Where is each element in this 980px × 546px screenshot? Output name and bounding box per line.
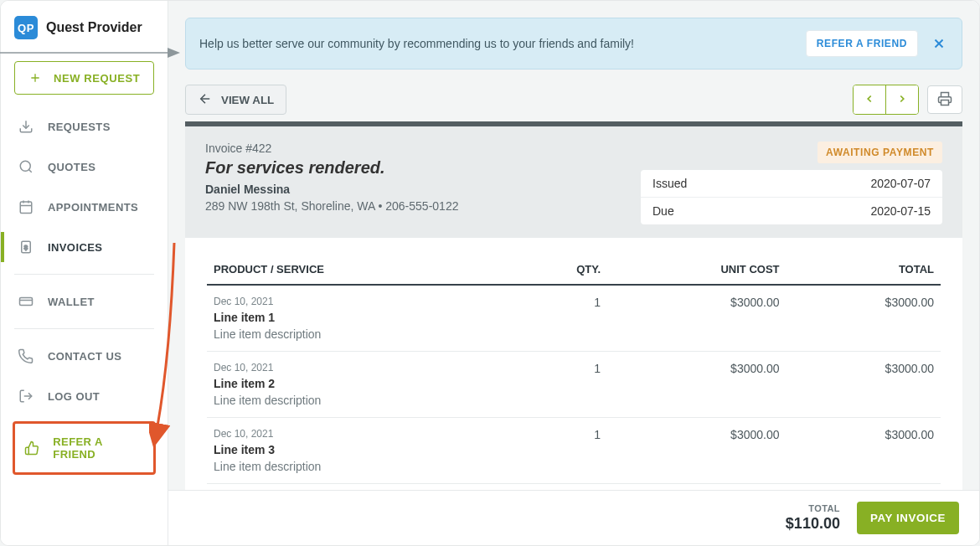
sidebar-item-appointments[interactable]: APPOINTMENTS xyxy=(9,187,159,227)
divider xyxy=(14,274,154,275)
wallet-icon xyxy=(18,293,34,310)
logout-icon xyxy=(18,388,34,404)
issued-row: Issued 2020-07-07 xyxy=(641,170,942,198)
pager xyxy=(853,85,919,115)
total-label: TOTAL xyxy=(786,503,840,513)
invoice-header: Invoice #422 For services rendered. Dani… xyxy=(185,126,962,238)
item-name: Line item 1 xyxy=(214,311,508,324)
item-qty: 1 xyxy=(514,285,607,352)
invoice-address: 289 NW 198th St, Shoreline, WA • 206-555… xyxy=(205,199,458,213)
sidebar-item-label: WALLET xyxy=(48,296,95,308)
invoice-meta: Invoice #422 For services rendered. Dani… xyxy=(205,142,458,224)
brand-name: Quest Provider xyxy=(46,20,142,35)
invoices-icon: $ xyxy=(18,239,34,255)
new-request-label: NEW REQUEST xyxy=(54,72,140,85)
col-unit: UNIT COST xyxy=(607,256,786,285)
invoice-status-dates: AWAITING PAYMENT Issued 2020-07-07 Due 2… xyxy=(641,142,942,224)
main: Help us better serve our community by re… xyxy=(168,1,979,545)
pager-next-button[interactable] xyxy=(886,85,918,114)
invoice-customer: Daniel Messina xyxy=(205,183,458,196)
item-date: Dec 10, 2021 xyxy=(214,296,508,307)
invoice-dates: Issued 2020-07-07 Due 2020-07-15 xyxy=(641,170,942,224)
item-date: Dec 10, 2021 xyxy=(214,428,508,440)
svg-rect-11 xyxy=(20,298,33,306)
col-qty: QTY. xyxy=(514,256,607,285)
sidebar-nav: REQUESTS QUOTES APPOINTMENTS $ INVOICES xyxy=(9,106,159,475)
item-total: $3000.00 xyxy=(787,352,941,418)
view-all-label: VIEW ALL xyxy=(221,94,274,106)
table-row: Dec 10, 2021 Line item 2 Line item descr… xyxy=(207,352,941,418)
item-name: Line item 2 xyxy=(214,377,508,390)
brand: QP Quest Provider xyxy=(9,16,159,58)
item-date: Dec 10, 2021 xyxy=(214,362,508,373)
pager-prev-button[interactable] xyxy=(854,85,885,114)
referral-banner: Help us better serve our community by re… xyxy=(185,18,962,70)
item-unit: $3000.00 xyxy=(607,285,786,352)
arrow-left-icon xyxy=(198,91,213,109)
due-row: Due 2020-07-15 xyxy=(641,198,942,224)
svg-rect-5 xyxy=(20,202,32,214)
item-unit: $3000.00 xyxy=(607,352,786,418)
chevron-right-icon xyxy=(896,95,908,107)
item-name: Line item 3 xyxy=(214,443,508,456)
thumbs-up-icon xyxy=(23,440,39,456)
item-desc: Line item description xyxy=(214,327,508,341)
sidebar-item-requests[interactable]: REQUESTS xyxy=(9,106,159,147)
plus-icon xyxy=(27,70,44,86)
svg-text:$: $ xyxy=(24,244,28,251)
phone-icon xyxy=(18,348,34,364)
total-amount: $110.00 xyxy=(786,515,840,533)
new-request-button[interactable]: NEW REQUEST xyxy=(14,61,154,95)
printer-icon xyxy=(937,91,952,109)
issued-label: Issued xyxy=(652,177,687,190)
chevron-left-icon xyxy=(864,95,875,107)
col-product: PRODUCT / SERVICE xyxy=(207,256,514,285)
total-block: TOTAL $110.00 xyxy=(786,503,840,533)
sidebar-item-contact-us[interactable]: CONTACT US xyxy=(9,336,159,376)
banner-refer-button[interactable]: REFER A FRIEND xyxy=(806,30,918,57)
sidebar-item-quotes[interactable]: QUOTES xyxy=(9,147,159,187)
invoice-body: PRODUCT / SERVICE QTY. UNIT COST TOTAL D… xyxy=(185,238,962,490)
col-total: TOTAL xyxy=(787,256,941,285)
status-badge: AWAITING PAYMENT xyxy=(818,142,942,163)
sidebar-item-log-out[interactable]: LOG OUT xyxy=(9,376,159,416)
item-unit: $3000.00 xyxy=(607,418,786,484)
sidebar-item-invoices[interactable]: $ INVOICES xyxy=(9,227,159,267)
quotes-icon xyxy=(18,158,34,175)
invoice-panel: Invoice #422 For services rendered. Dani… xyxy=(185,121,962,490)
pay-invoice-button[interactable]: PAY INVOICE xyxy=(857,502,959,534)
calendar-icon xyxy=(18,198,34,215)
sidebar-item-label: REFER A FRIEND xyxy=(53,435,145,461)
invoice-footer: TOTAL $110.00 PAY INVOICE xyxy=(168,490,979,545)
table-row: Dec 10, 2021 Line item 3 Line item descr… xyxy=(207,418,941,484)
svg-point-3 xyxy=(20,161,30,171)
sidebar: QP Quest Provider NEW REQUEST REQUESTS Q… xyxy=(1,1,168,545)
toolbar: VIEW ALL xyxy=(185,85,962,115)
close-icon[interactable] xyxy=(930,34,948,53)
banner-text: Help us better serve our community by re… xyxy=(199,37,634,50)
view-all-button[interactable]: VIEW ALL xyxy=(185,85,286,115)
toolbar-right xyxy=(853,85,962,115)
table-row: Dec 10, 2021 Line item 1 Line item descr… xyxy=(207,285,941,352)
sidebar-item-wallet[interactable]: WALLET xyxy=(9,281,159,322)
sidebar-item-refer-a-friend[interactable]: REFER A FRIEND xyxy=(13,421,156,475)
sidebar-item-label: LOG OUT xyxy=(48,390,100,403)
item-total: $3000.00 xyxy=(787,418,941,484)
due-value: 2020-07-15 xyxy=(870,204,931,218)
item-desc: Line item description xyxy=(214,460,508,473)
svg-rect-17 xyxy=(941,100,949,105)
print-button[interactable] xyxy=(927,85,962,114)
invoice-number: Invoice #422 xyxy=(205,142,458,155)
line-items-table: PRODUCT / SERVICE QTY. UNIT COST TOTAL D… xyxy=(207,256,941,484)
due-label: Due xyxy=(652,204,674,218)
sidebar-item-label: QUOTES xyxy=(48,161,95,173)
item-desc: Line item description xyxy=(214,394,508,407)
item-qty: 1 xyxy=(514,418,607,484)
svg-line-4 xyxy=(28,169,31,172)
issued-value: 2020-07-07 xyxy=(870,177,931,190)
sidebar-item-label: INVOICES xyxy=(48,241,102,254)
brand-logo: QP xyxy=(14,16,38,39)
sidebar-item-label: CONTACT US xyxy=(48,350,121,363)
sidebar-item-label: REQUESTS xyxy=(48,121,111,133)
sidebar-item-label: APPOINTMENTS xyxy=(48,201,138,214)
